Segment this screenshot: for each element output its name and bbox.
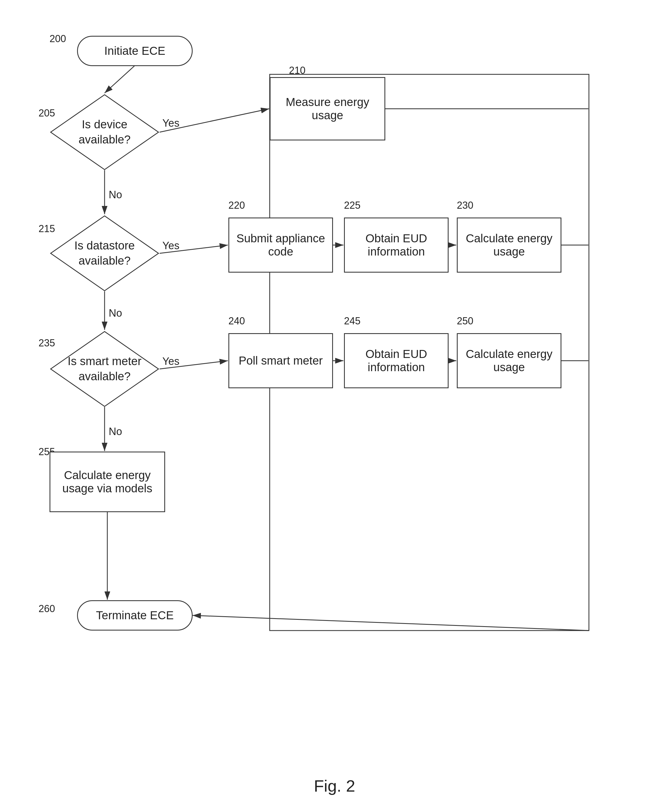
node-is-smart-meter: Is smart meter available? <box>50 330 160 408</box>
label-230: 230 <box>457 200 473 211</box>
label-245: 245 <box>344 315 360 327</box>
svg-line-2 <box>160 109 269 132</box>
svg-text:Yes: Yes <box>162 117 180 129</box>
label-240: 240 <box>229 315 245 327</box>
svg-text:No: No <box>109 189 122 200</box>
svg-line-20 <box>193 615 589 630</box>
figure-caption: Fig. 2 <box>0 777 669 795</box>
node-measure-energy: Measure energy usage <box>270 77 385 140</box>
node-submit-appliance: Submit appliance code <box>229 217 333 273</box>
diagram-container: Yes No Yes No Yes No <box>22 17 649 774</box>
svg-text:No: No <box>109 307 122 319</box>
label-210: 210 <box>289 65 306 76</box>
node-calc-energy-1: Calculate energy usage <box>457 217 561 273</box>
node-calc-via-models: Calculate energy usage via models <box>50 451 165 512</box>
node-is-datastore: Is datastore available? <box>50 215 160 292</box>
svg-text:No: No <box>109 426 122 437</box>
label-260: 260 <box>39 603 55 615</box>
svg-line-12 <box>160 361 228 369</box>
node-obtain-eud-2: Obtain EUD information <box>344 333 449 388</box>
node-poll-smart-meter: Poll smart meter <box>229 333 333 388</box>
svg-line-1 <box>104 66 135 93</box>
node-initiate-ece: Initiate ECE <box>77 36 193 66</box>
label-250: 250 <box>457 315 473 327</box>
node-obtain-eud-1: Obtain EUD information <box>344 217 449 273</box>
label-200: 200 <box>50 33 66 45</box>
node-terminate-ece: Terminate ECE <box>77 600 193 630</box>
label-225: 225 <box>344 200 360 211</box>
svg-line-6 <box>160 245 228 253</box>
svg-text:Yes: Yes <box>162 240 180 251</box>
label-220: 220 <box>229 200 245 211</box>
svg-text:Yes: Yes <box>162 355 180 367</box>
node-calc-energy-2: Calculate energy usage <box>457 333 561 388</box>
node-is-device: Is device available? <box>50 94 160 171</box>
